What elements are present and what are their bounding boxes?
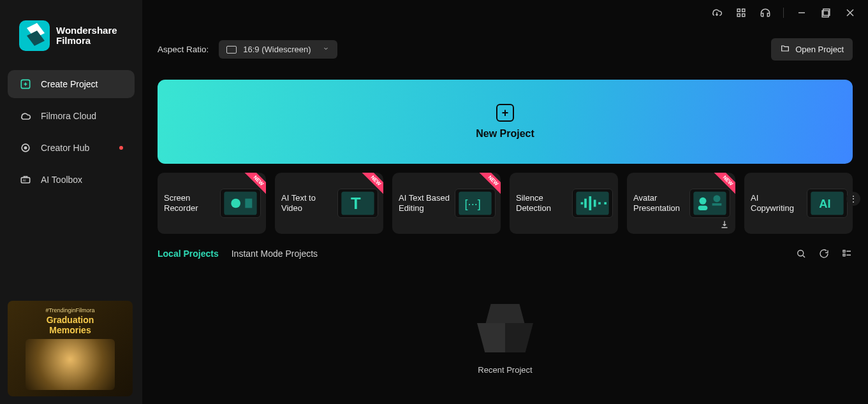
empty-box-icon — [473, 301, 537, 352]
search-icon[interactable] — [795, 248, 807, 259]
sidebar: Wondershare Filmora Create Project Filmo… — [0, 0, 142, 404]
open-project-label: Open Project — [795, 45, 844, 54]
aspect-ratio-value: 16:9 (Widescreen) — [243, 45, 311, 54]
apps-grid-icon[interactable] — [735, 6, 747, 19]
widescreen-frame-icon — [226, 46, 237, 54]
svg-rect-8 — [742, 14, 745, 17]
new-ribbon — [355, 173, 383, 201]
recent-empty-state: Recent Project — [158, 272, 853, 404]
sidebar-item-label: Creator Hub — [41, 143, 89, 153]
app-brand-text: Wondershare Filmora — [56, 25, 117, 47]
promo-tag: #TrendinginFilmora — [45, 307, 94, 314]
svg-point-2 — [24, 147, 26, 148]
promo-image — [26, 339, 115, 390]
svg-rect-23 — [712, 203, 722, 206]
svg-text:AI: AI — [23, 178, 26, 182]
titlebar-separator — [783, 8, 784, 18]
new-project-hero[interactable]: + New Project — [158, 80, 853, 164]
new-project-label: New Project — [476, 128, 534, 140]
aspect-ratio-label: Aspect Ratio: — [158, 45, 209, 54]
cloud-download-icon[interactable] — [710, 6, 723, 19]
brand-line2: Filmora — [56, 36, 117, 47]
svg-text:AI: AI — [819, 197, 830, 210]
tool-avatar-presentation[interactable]: Avatar Presentation — [627, 173, 735, 234]
svg-rect-28 — [843, 254, 845, 256]
tool-label: AI Copywriting — [751, 193, 803, 214]
target-icon — [19, 141, 32, 154]
notification-dot-icon — [119, 146, 123, 150]
tool-label: Avatar Presentation — [633, 193, 686, 214]
svg-rect-5 — [737, 9, 740, 11]
promo-title: Graduation Memories — [47, 315, 94, 335]
aspect-ratio-dropdown[interactable]: 16:9 (Widescreen) — [219, 40, 337, 59]
svg-rect-21 — [698, 206, 708, 210]
svg-rect-7 — [737, 14, 740, 17]
sidebar-item-label: Create Project — [41, 79, 98, 89]
recent-project-label: Recent Project — [478, 365, 532, 375]
tool-screen-recorder[interactable]: Screen Recorder — [158, 173, 266, 234]
svg-rect-6 — [742, 9, 745, 11]
tool-label: AI Text Based Editing — [399, 193, 451, 214]
tool-row: Screen Recorder AI Text to Video T AI Te… — [158, 173, 853, 234]
svg-point-26 — [798, 250, 804, 256]
copywriting-icon: AI — [807, 189, 848, 218]
new-ribbon — [707, 173, 735, 201]
tab-local-projects[interactable]: Local Projects — [158, 249, 219, 259]
logo-mark-icon — [19, 20, 50, 51]
refresh-icon[interactable] — [818, 248, 830, 259]
sidebar-item-create-project[interactable]: Create Project — [8, 70, 135, 98]
promo-banner[interactable]: #TrendinginFilmora Graduation Memories — [8, 301, 133, 396]
download-icon[interactable] — [719, 219, 730, 230]
new-ribbon — [238, 173, 266, 201]
folder-icon — [780, 43, 790, 55]
new-ribbon — [473, 173, 501, 201]
sidebar-item-filmora-cloud[interactable]: Filmora Cloud — [8, 102, 135, 130]
headset-icon[interactable] — [759, 6, 772, 19]
silence-detection-icon — [572, 189, 613, 218]
cloud-icon — [19, 110, 32, 122]
minimize-icon[interactable] — [795, 6, 808, 19]
tool-ai-text-based-editing[interactable]: AI Text Based Editing [···] — [392, 173, 501, 234]
close-icon[interactable] — [844, 6, 857, 19]
chevron-down-icon — [322, 45, 330, 54]
tool-label: Screen Recorder — [164, 193, 216, 214]
tool-row-wrap: Screen Recorder AI Text to Video T AI Te… — [158, 164, 853, 234]
open-project-button[interactable]: Open Project — [771, 38, 853, 61]
sidebar-item-ai-toolbox[interactable]: AI AI Toolbox — [8, 166, 135, 194]
plus-icon: + — [496, 104, 514, 122]
maximize-icon[interactable] — [820, 6, 832, 19]
tab-instant-mode-projects[interactable]: Instant Mode Projects — [232, 249, 318, 259]
tool-ai-text-to-video[interactable]: AI Text to Video T — [275, 173, 383, 234]
plus-square-icon — [19, 78, 32, 90]
main-area: Aspect Ratio: 16:9 (Widescreen) Open Pro… — [142, 0, 868, 404]
svg-point-20 — [700, 198, 707, 205]
sidebar-item-creator-hub[interactable]: Creator Hub — [8, 134, 135, 162]
toolbox-icon: AI — [19, 173, 32, 186]
tool-label: AI Text to Video — [281, 193, 334, 214]
window-titlebar — [158, 0, 857, 25]
tool-row-more-button[interactable]: ⋮ — [846, 192, 860, 206]
tool-silence-detection[interactable]: Silence Detection — [510, 173, 618, 234]
app-logo: Wondershare Filmora — [8, 8, 135, 70]
view-list-icon[interactable] — [841, 248, 853, 259]
tool-ai-copywriting[interactable]: AI Copywriting AI — [744, 173, 853, 234]
brand-line1: Wondershare — [56, 25, 117, 36]
tool-label: Silence Detection — [516, 193, 568, 214]
top-controls: Aspect Ratio: 16:9 (Widescreen) Open Pro… — [158, 38, 853, 61]
sidebar-item-label: Filmora Cloud — [41, 111, 96, 121]
sidebar-item-label: AI Toolbox — [41, 175, 82, 185]
svg-rect-27 — [843, 250, 845, 252]
project-tabs: Local Projects Instant Mode Projects — [158, 248, 853, 259]
tab-actions — [795, 248, 853, 259]
